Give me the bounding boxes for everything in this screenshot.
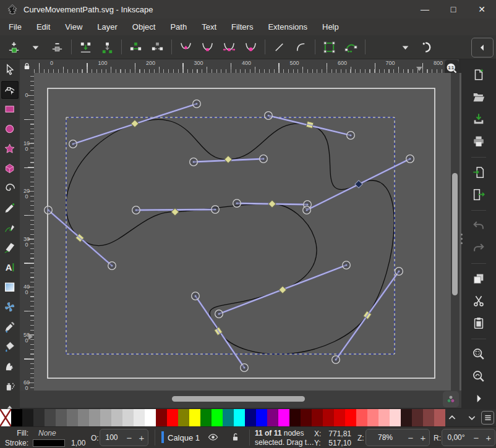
- zoom-selection-button[interactable]: [468, 345, 489, 363]
- palette-swatch-bfbfbf[interactable]: [111, 409, 122, 426]
- node-symmetric-button[interactable]: [218, 38, 240, 57]
- rotation-decrease-button[interactable]: −: [470, 433, 482, 443]
- palette-swatch-2e2e2e[interactable]: [33, 409, 45, 426]
- palette-swatch-ffd5d5[interactable]: [390, 409, 401, 426]
- import-image-button[interactable]: [468, 163, 489, 182]
- palette-swatch-none[interactable]: [0, 409, 11, 426]
- palette-swatch-008000[interactable]: [200, 409, 212, 426]
- palette-swatch-ffffff[interactable]: [145, 409, 156, 426]
- rotation-input[interactable]: 0,00°: [442, 433, 470, 442]
- path-node[interactable]: [224, 156, 232, 163]
- tool-calligraphy[interactable]: [1, 239, 19, 257]
- tool-paint-bucket[interactable]: [1, 338, 19, 356]
- show-transform-handles-button[interactable]: [416, 38, 438, 57]
- segment-curve-button[interactable]: [290, 38, 312, 57]
- horizontal-ruler[interactable]: 0100200300400500600700800: [34, 59, 459, 73]
- palette-swatch-6e6e6e[interactable]: [67, 409, 78, 426]
- color-managed-display-toggle[interactable]: [443, 391, 459, 407]
- palette-swatch-800000[interactable]: [312, 409, 323, 426]
- object-to-path-button[interactable]: [319, 38, 340, 57]
- delete-segment-button[interactable]: [147, 38, 168, 57]
- dropdown-arrow-button[interactable]: [395, 38, 416, 57]
- palette-scroll-up-button[interactable]: [445, 412, 459, 424]
- vertical-scrollbar-thumb[interactable]: [452, 173, 458, 295]
- palette-swatch-008080[interactable]: [223, 409, 234, 426]
- palette-swatch-00ffff[interactable]: [234, 409, 245, 426]
- palette-swatch-969696[interactable]: [89, 409, 100, 426]
- menu-file[interactable]: File: [1, 20, 29, 34]
- layer-lock-icon[interactable]: [230, 432, 241, 444]
- palette-swatch-000080[interactable]: [245, 409, 256, 426]
- palette-swatch-000000[interactable]: [11, 409, 22, 426]
- palette-swatch-552a2a[interactable]: [412, 409, 423, 426]
- tool-mesh-gradient[interactable]: [1, 298, 19, 316]
- palette-swatch-ababab[interactable]: [100, 409, 111, 426]
- save-document-button[interactable]: [468, 110, 489, 129]
- tool-ellipse[interactable]: [1, 120, 19, 138]
- expand-panel-button[interactable]: [468, 389, 489, 408]
- path-node[interactable]: [279, 286, 286, 294]
- drawing-area[interactable]: [34, 73, 449, 391]
- vertical-ruler[interactable]: 0100200300400500600: [20, 73, 34, 391]
- palette-swatch-aa0000[interactable]: [323, 409, 334, 426]
- print-document-button[interactable]: [468, 132, 489, 151]
- palette-swatch-1a1a1a[interactable]: [22, 409, 33, 426]
- tool-node-editor[interactable]: [1, 81, 19, 99]
- open-document-button[interactable]: [468, 88, 489, 106]
- zoom-drawing-button[interactable]: [468, 367, 489, 386]
- export-image-button[interactable]: [468, 185, 489, 204]
- menu-text[interactable]: Text: [194, 20, 224, 34]
- rotation-increase-button[interactable]: +: [482, 433, 495, 443]
- menu-filters[interactable]: Filters: [224, 20, 260, 34]
- palette-swatch-aa5555[interactable]: [434, 409, 445, 426]
- palette-swatch-828282[interactable]: [78, 409, 89, 426]
- canvas[interactable]: [34, 73, 461, 408]
- node-auto-button[interactable]: [240, 38, 262, 57]
- palette-swatch-ff0000[interactable]: [167, 409, 178, 426]
- palette-swatch-804040[interactable]: [423, 409, 434, 426]
- layer-visibility-eye-icon[interactable]: [208, 432, 218, 444]
- tool-spiral[interactable]: [1, 180, 19, 198]
- tool-dropper[interactable]: [1, 318, 19, 336]
- join-segment-button[interactable]: [125, 38, 147, 57]
- palette-swatch-e8e8e8[interactable]: [134, 409, 145, 426]
- fill-value[interactable]: None: [38, 429, 56, 437]
- palette-swatch-2b0000[interactable]: [289, 409, 301, 426]
- delete-node-button[interactable]: [46, 38, 68, 57]
- stroke-width-value[interactable]: 1,00: [71, 439, 85, 447]
- palette-swatch-00ff00[interactable]: [212, 409, 223, 426]
- palette-swatch-d40000[interactable]: [334, 409, 345, 426]
- palette-swatch-5a5a5a[interactable]: [56, 409, 67, 426]
- palette-swatch-ffff00[interactable]: [189, 409, 200, 426]
- palette-swatch-ff0000[interactable]: [345, 409, 356, 426]
- menu-help[interactable]: Help: [315, 20, 346, 34]
- opacity-increase-button[interactable]: +: [135, 433, 148, 443]
- tool-box-3d[interactable]: [1, 160, 19, 178]
- palette-swatch-0000ff[interactable]: [256, 409, 267, 426]
- palette-swatch-800080[interactable]: [267, 409, 278, 426]
- minimize-button[interactable]: —: [411, 0, 439, 19]
- zoom-input[interactable]: 78%: [366, 433, 404, 442]
- opacity-decrease-button[interactable]: −: [123, 433, 135, 443]
- node-smooth-button[interactable]: [197, 38, 218, 57]
- tool-text[interactable]: A: [1, 259, 19, 277]
- tool-selector[interactable]: [1, 61, 19, 79]
- palette-swatch-454545[interactable]: [45, 409, 56, 426]
- stroke-to-path-button[interactable]: [340, 38, 362, 57]
- duplicate-button[interactable]: [468, 269, 489, 288]
- paste-button[interactable]: [468, 314, 489, 332]
- segment-line-button[interactable]: [268, 38, 290, 57]
- layer-name[interactable]: Calque 1: [168, 433, 200, 442]
- stroke-swatch[interactable]: [33, 439, 65, 447]
- tool-rectangle[interactable]: [1, 101, 19, 119]
- palette-swatch-ff5555[interactable]: [356, 409, 367, 426]
- maximize-button[interactable]: □: [439, 0, 468, 19]
- horizontal-scrollbar[interactable]: [34, 391, 461, 408]
- node-corner-button[interactable]: [175, 38, 197, 57]
- palette-swatch-ffaaaa[interactable]: [378, 409, 390, 426]
- zoom-decrease-button[interactable]: −: [404, 433, 417, 443]
- tool-star[interactable]: [1, 140, 19, 158]
- palette-swatch-550000[interactable]: [301, 409, 312, 426]
- lock-guides-toggle[interactable]: [20, 59, 34, 73]
- palette-swatch-800000[interactable]: [156, 409, 167, 426]
